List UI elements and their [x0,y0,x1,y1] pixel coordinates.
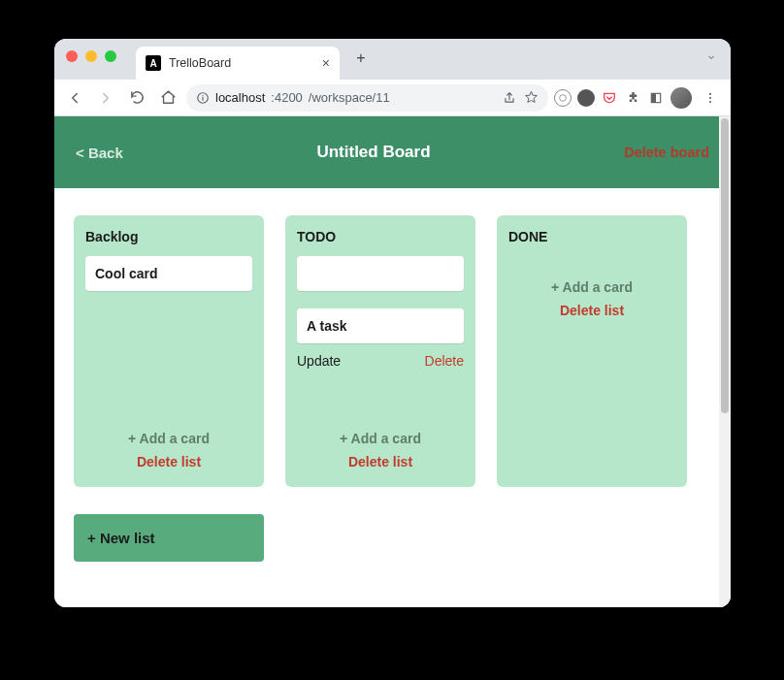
tab-title: TrelloBoard [169,56,231,70]
card-edit-actions: Update Delete [297,353,464,369]
address-port: :4200 [271,90,303,105]
card[interactable]: Cool card [85,256,252,291]
new-list-button[interactable]: + New list [74,514,264,562]
add-card-button[interactable]: + Add a card [297,431,464,446]
tabs-dropdown-icon[interactable] [705,51,717,63]
delete-list-button[interactable]: Delete list [297,454,464,470]
browser-tab[interactable]: A TrelloBoard × [136,47,340,80]
titlebar: A TrelloBoard × + [54,39,731,80]
profile-avatar[interactable] [670,87,692,109]
list-title[interactable]: Backlog [85,229,252,244]
back-link[interactable]: < Back [76,145,123,161]
minimize-window-button[interactable] [85,50,97,62]
svg-point-3 [560,94,567,101]
delete-board-button[interactable]: Delete board [624,145,709,160]
tab-favicon: A [146,55,161,71]
add-card-button[interactable]: + Add a card [85,431,252,446]
kebab-menu-icon[interactable] [698,85,723,111]
list-done: DONE + Add a card Delete list [497,215,687,487]
address-path: /workspace/11 [309,90,390,105]
bookmark-icon[interactable] [524,90,539,105]
svg-point-6 [709,92,711,94]
svg-rect-5 [651,93,656,102]
back-button[interactable] [62,85,87,111]
maximize-window-button[interactable] [105,50,116,62]
extension-icon[interactable] [554,89,572,107]
home-button[interactable] [155,85,180,111]
extensions-puzzle-icon[interactable] [624,89,641,107]
reading-list-icon[interactable] [647,89,665,107]
list-title[interactable]: TODO [297,229,464,244]
pocket-icon[interactable] [601,89,618,107]
board-body: Backlog Cool card + Add a card Delete li… [54,188,731,589]
new-tab-button[interactable]: + [347,45,375,72]
svg-point-7 [709,96,711,98]
card-title-input[interactable] [297,256,464,291]
site-info-icon[interactable] [196,91,210,105]
page-viewport: < Back Untitled Board Delete board Backl… [54,116,731,607]
delete-card-button[interactable]: Delete [425,353,464,369]
svg-point-8 [709,101,711,103]
scrollbar[interactable] [719,116,731,607]
list-backlog: Backlog Cool card + Add a card Delete li… [74,215,264,487]
delete-list-button[interactable]: Delete list [85,454,252,470]
browser-toolbar: localhost:4200/workspace/11 [54,80,731,116]
window-controls [66,50,116,62]
address-bar[interactable]: localhost:4200/workspace/11 [186,84,548,112]
address-host: localhost [215,90,265,105]
board-header: < Back Untitled Board Delete board [54,116,731,188]
forward-button[interactable] [93,85,118,111]
update-card-button[interactable]: Update [297,353,341,369]
list-todo: TODO A task Update Delete + Add a card D… [285,215,475,487]
delete-list-button[interactable]: Delete list [508,303,675,318]
list-title[interactable]: DONE [508,229,675,244]
add-card-button[interactable]: + Add a card [508,279,675,295]
close-window-button[interactable] [66,50,78,62]
card-editing[interactable]: A task [297,308,464,343]
browser-window: A TrelloBoard × + localhost:4200/workspa… [54,39,731,607]
share-icon[interactable] [503,91,516,105]
extension-icons [554,89,665,107]
board-title: Untitled Board [123,143,624,162]
close-tab-icon[interactable]: × [322,55,330,71]
extension-icon[interactable] [577,89,595,107]
reload-button[interactable] [124,85,149,111]
scrollbar-thumb[interactable] [721,118,729,413]
